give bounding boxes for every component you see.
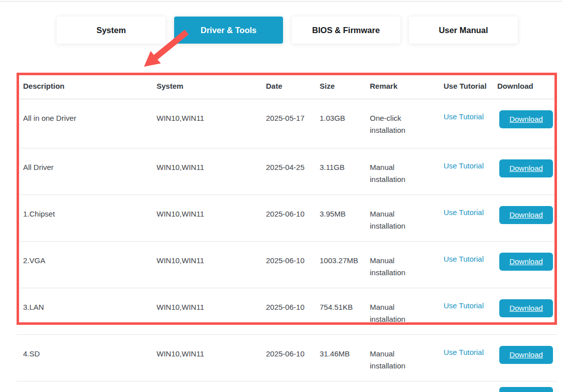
row-remark: Manual installation [370,242,420,288]
table-body: All in one Driver WIN10,WIN11 2025-05-17… [17,99,557,381]
row-description: 4.SD [23,335,157,381]
header-date: Date [266,82,320,90]
table-row: 1.Chipset WIN10,WIN11 2025-06-10 3.95MB … [17,194,557,241]
use-tutorial-link[interactable]: Use Tutorial [444,208,484,217]
row-description: 1.Chipset [23,195,157,241]
download-button-partial[interactable]: Download [499,387,553,392]
header-size: Size [320,82,370,90]
row-date: 2025-05-17 [266,99,320,148]
tab-system[interactable]: System [57,17,166,44]
table-header-row: Description System Date Size Remark Use … [17,73,557,99]
download-table: Description System Date Size Remark Use … [17,73,557,381]
table-row: 3.LAN WIN10,WIN11 2025-06-10 754.51KB Ma… [17,288,557,334]
row-size: 1003.27MB [320,242,370,288]
top-divider [0,1,562,2]
row-remark: Manual installation [370,288,420,334]
row-remark: Manual installation [370,335,420,381]
use-tutorial-link[interactable]: Use Tutorial [444,161,484,170]
row-system: WIN10,WIN11 [157,335,266,381]
header-download: Download [497,82,553,90]
row-date: 2025-06-10 [266,288,320,334]
row-date: 2025-04-25 [266,148,320,194]
row-system: WIN10,WIN11 [157,99,266,148]
row-remark: Manual installation [370,148,420,194]
use-tutorial-link[interactable]: Use Tutorial [444,112,484,121]
row-size: 3.11GB [320,148,370,194]
tab-user-manual[interactable]: User Manual [409,17,518,44]
header-system: System [157,82,266,90]
row-size: 3.95MB [320,195,370,241]
download-button[interactable]: Download [499,110,553,128]
header-description: Description [23,82,157,90]
table-row: All in one Driver WIN10,WIN11 2025-05-17… [17,99,557,148]
row-size: 754.51KB [320,288,370,334]
row-description: 3.LAN [23,288,157,334]
row-remark: One-click installation [370,99,420,148]
table-row: 4.SD WIN10,WIN11 2025-06-10 31.46MB Manu… [17,334,557,381]
row-system: WIN10,WIN11 [157,288,266,334]
download-button[interactable]: Download [499,299,553,317]
row-date: 2025-06-10 [266,195,320,241]
use-tutorial-link[interactable]: Use Tutorial [444,301,484,310]
download-button[interactable]: Download [499,159,553,177]
row-remark: Manual installation [370,195,420,241]
row-size: 1.03GB [320,99,370,148]
row-description: All in one Driver [23,99,157,148]
download-button[interactable]: Download [499,206,553,224]
row-date: 2025-06-10 [266,242,320,288]
header-remark: Remark [370,82,444,90]
row-system: WIN10,WIN11 [157,242,266,288]
tab-bios-firmware[interactable]: BIOS & Firmware [292,17,400,44]
row-system: WIN10,WIN11 [157,148,266,194]
download-button[interactable]: Download [499,346,553,364]
tab-driver-tools[interactable]: Driver & Tools [174,17,283,44]
row-size: 31.46MB [320,335,370,381]
row-description: 2.VGA [23,242,157,288]
row-description: All Driver [23,148,157,194]
row-system: WIN10,WIN11 [157,195,266,241]
download-button[interactable]: Download [499,253,553,271]
table-row: 2.VGA WIN10,WIN11 2025-06-10 1003.27MB M… [17,241,557,288]
use-tutorial-link[interactable]: Use Tutorial [444,348,484,356]
use-tutorial-link[interactable]: Use Tutorial [444,255,484,263]
row-date: 2025-06-10 [266,335,320,381]
header-use-tutorial: Use Tutorial [444,82,497,90]
tab-bar: System Driver & Tools BIOS & Firmware Us… [57,17,518,44]
table-row: All Driver WIN10,WIN11 2025-04-25 3.11GB… [17,148,557,194]
